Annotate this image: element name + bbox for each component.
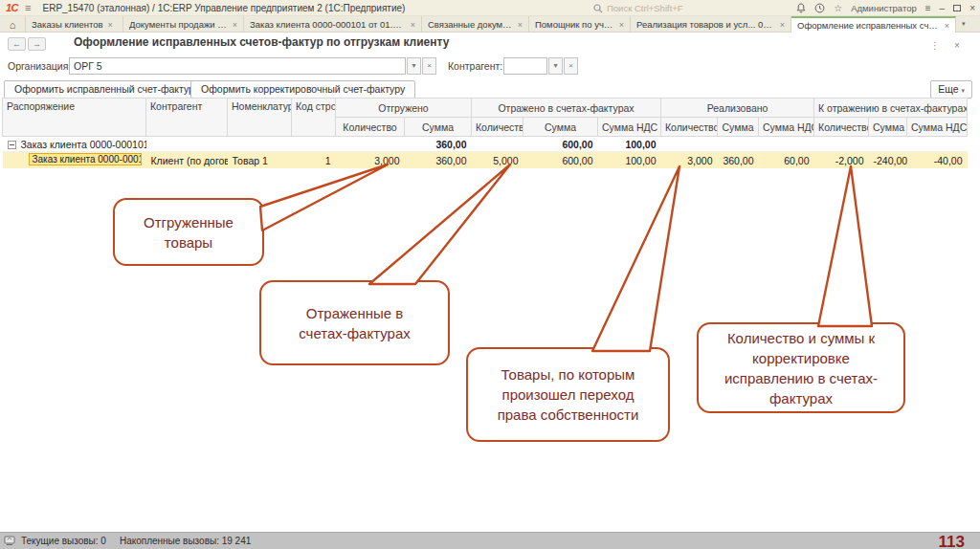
minimize-button[interactable]: –	[940, 0, 946, 16]
contractor-field[interactable]	[503, 57, 547, 75]
group-reflected-vat: 100,00	[598, 137, 661, 152]
callout-reflected-in-invoices: Отраженные в счетах-фактурах	[259, 280, 450, 365]
table-row-detail[interactable]: Заказ клиента 0000-000101 о... Клиент (п…	[3, 152, 968, 169]
callout-ownership-transferred: Товары, по которым произошел переход пра…	[466, 347, 670, 442]
tab-home[interactable]: ⌂	[0, 16, 26, 33]
cell-shipped-sum: 360,00	[405, 152, 472, 169]
chevron-down-icon: ▾	[553, 61, 557, 70]
issue-adjustment-invoice-button[interactable]: Оформить корректировочный счет-фактуру	[190, 80, 415, 99]
nav-forward-button[interactable]: →	[28, 37, 46, 51]
arrow-right-icon: →	[33, 39, 41, 49]
window-titlebar: 1С ≡ ERP_15470 (эталонная) / 1С:ERP Упра…	[0, 0, 980, 16]
accumulated-calls-label: Накопленные вызовы: 19 241	[120, 536, 251, 546]
notifications-bell-icon[interactable]	[796, 3, 806, 13]
col-header-order[interactable]: Распоряжение	[3, 99, 146, 137]
col-group-to-reflect[interactable]: К отражению в счетах-фактурах	[814, 99, 968, 118]
focused-cell-order[interactable]: Заказ клиента 0000-000101 о...	[29, 153, 142, 165]
chevron-down-icon: ▾	[961, 87, 965, 94]
tab-sales-documents[interactable]: Документы продажи (все) ×	[123, 16, 244, 33]
col-header-sum[interactable]: Сумма	[718, 118, 759, 137]
cell-reflected-sum: 600,00	[523, 152, 598, 169]
organization-dropdown-button[interactable]: ▾	[407, 57, 421, 75]
cell-sold-sum: 360,00	[718, 152, 759, 169]
close-tab-icon[interactable]: ×	[780, 20, 785, 30]
cell-to-reflect-sum: -240,00	[869, 152, 907, 169]
issue-corrected-invoice-button[interactable]: Оформить исправленный счет-фактуру	[4, 80, 210, 99]
close-tab-icon[interactable]: ×	[518, 20, 523, 30]
home-icon: ⌂	[10, 19, 16, 31]
cell-to-reflect-qty: -2,000	[814, 152, 869, 169]
window-title: ERP_15470 (эталонная) / 1С:ERP Управлени…	[42, 3, 405, 13]
group-reflected-sum: 600,00	[523, 137, 598, 152]
1c-logo-icon: 1С	[6, 2, 18, 13]
collapse-group-icon[interactable]	[8, 141, 16, 149]
organization-clear-button[interactable]: ×	[422, 57, 436, 75]
contractor-clear-button[interactable]: ×	[564, 57, 578, 75]
cell-sold-vat: 60,00	[759, 152, 814, 169]
close-tab-icon[interactable]: ×	[233, 20, 237, 30]
close-tab-icon[interactable]: ×	[945, 21, 949, 31]
tab-corrected-invoices-active[interactable]: Оформление исправленных счетов-фа... ×	[791, 16, 956, 33]
col-header-qty[interactable]: Количество	[814, 118, 869, 137]
tab-goods-sale[interactable]: Реализация товаров и усл... 0000-000119 …	[631, 16, 791, 33]
col-header-vat-sum[interactable]: Сумма НДС	[907, 118, 968, 137]
cell-line-code: 1	[292, 152, 336, 169]
col-header-sum[interactable]: Сумма	[405, 118, 472, 137]
tab-customer-orders[interactable]: Заказы клиентов ×	[26, 16, 123, 33]
chevron-down-icon: ▾	[962, 20, 966, 28]
col-header-line-code[interactable]: Код строки	[292, 99, 336, 137]
col-header-qty[interactable]: Количество	[472, 118, 523, 137]
pointer-to-reflected-qty	[369, 165, 510, 284]
close-tab-icon[interactable]: ×	[108, 20, 113, 30]
favorites-star-icon[interactable]: ☆	[834, 0, 842, 16]
pointer-to-correction-qty	[818, 166, 872, 326]
nav-back-button[interactable]: ←	[8, 37, 26, 51]
search-input[interactable]	[607, 3, 808, 13]
main-menu-icon[interactable]: ≡	[25, 2, 31, 13]
col-group-sold[interactable]: Реализовано	[661, 99, 814, 118]
tab-customer-order-101[interactable]: Заказ клиента 0000-000101 от 01.04.20...…	[244, 16, 422, 33]
contractor-dropdown-button[interactable]: ▾	[548, 57, 563, 75]
cell-contractor: Клиент (по догово...	[146, 152, 228, 169]
contractor-label: Контрагент:	[448, 60, 502, 72]
organization-field[interactable]	[69, 57, 406, 75]
col-group-reflected[interactable]: Отражено в счетах-фактурах	[472, 99, 661, 118]
organization-label: Организация:	[8, 60, 71, 72]
history-clock-icon[interactable]	[814, 3, 825, 13]
col-header-vat-sum[interactable]: Сумма НДС	[598, 118, 661, 137]
table-row-group[interactable]: Заказ клиента 0000-000101 от 0... 360,00…	[3, 137, 968, 152]
group-shipped-sum: 360,00	[405, 137, 472, 152]
col-header-sum[interactable]: Сумма	[523, 118, 598, 137]
global-search[interactable]	[593, 2, 818, 14]
pointer-to-sold-qty	[592, 166, 679, 351]
arrow-left-icon: ←	[12, 39, 21, 49]
close-tab-icon[interactable]: ×	[411, 20, 415, 30]
cell-item: Товар 1	[228, 152, 292, 169]
col-header-sum[interactable]: Сумма	[869, 118, 907, 137]
search-icon	[593, 4, 603, 13]
tab-bar: ⌂ Заказы клиентов × Документы продажи (в…	[0, 16, 980, 33]
chevron-down-icon: ▾	[412, 61, 415, 70]
form-close-icon[interactable]: ×	[954, 40, 960, 51]
more-button[interactable]: Еще ▾	[930, 80, 972, 99]
col-header-contractor[interactable]: Контрагент	[146, 99, 228, 137]
server-calls-icon	[4, 536, 15, 546]
close-window-button[interactable]: ×	[969, 0, 975, 16]
form-more-icon[interactable]: ⋮	[930, 40, 940, 51]
cell-shipped-qty: 3,000	[336, 152, 405, 169]
tab-list-dropdown[interactable]: ▾	[956, 16, 971, 32]
close-tab-icon[interactable]: ×	[619, 20, 624, 30]
shipments-grid: Распоряжение Контрагент Номенклатура Код…	[2, 98, 967, 168]
callout-shipped-goods: Отгруженные товары	[113, 198, 264, 266]
tab-related-documents[interactable]: Связанные документы: Заказ клиента ... ×	[422, 16, 529, 33]
maximize-button[interactable]	[953, 5, 961, 11]
tab-vat-assistant[interactable]: Помощник по учету НДС ×	[529, 16, 631, 33]
col-header-vat-sum[interactable]: Сумма НДС	[759, 118, 814, 137]
col-group-shipped[interactable]: Отгружено	[336, 99, 472, 118]
current-user[interactable]: Администратор	[851, 3, 917, 13]
service-menu-icon[interactable]: ≡	[925, 0, 931, 16]
col-header-qty[interactable]: Количество	[661, 118, 718, 137]
col-header-item[interactable]: Номенклатура	[228, 99, 292, 137]
col-header-qty[interactable]: Количество	[336, 118, 405, 137]
clear-icon: ×	[568, 61, 573, 70]
